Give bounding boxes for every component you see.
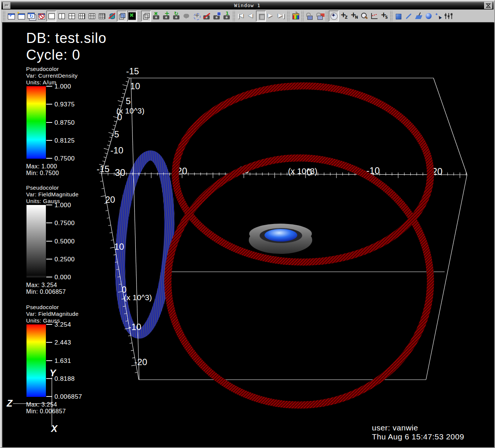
vcr-step-forward-button[interactable] bbox=[276, 10, 286, 22]
vcr-forward-icon bbox=[277, 12, 285, 20]
vcr-play-reverse-button[interactable] bbox=[246, 10, 256, 22]
legend-max: Max: 3.254 bbox=[26, 282, 57, 289]
zoom-mode-button[interactable] bbox=[359, 10, 369, 22]
slider-tool-icon bbox=[445, 12, 453, 20]
clear-plots-button[interactable] bbox=[107, 10, 117, 22]
colorbar-grayscale bbox=[26, 205, 46, 277]
bbox-navigate-button[interactable] bbox=[127, 10, 137, 22]
legend-tick: 0.9375 bbox=[54, 101, 75, 108]
layout-3x3-button[interactable] bbox=[97, 10, 107, 22]
legend-plot-type: Pseudocolor bbox=[26, 304, 112, 311]
vcr-stop-button[interactable] bbox=[256, 10, 266, 22]
box-tool-button[interactable] bbox=[393, 10, 403, 22]
wire-cube-icon bbox=[142, 12, 150, 20]
layout-2x3-button[interactable] bbox=[76, 10, 87, 22]
navigate-mode-button[interactable] bbox=[329, 10, 339, 22]
window-new-icon bbox=[17, 12, 25, 20]
plus-n-icon bbox=[350, 12, 358, 20]
legend-tick: 1.000 bbox=[54, 202, 71, 208]
layout-3x3-icon bbox=[98, 12, 106, 20]
vcr-play-icon bbox=[267, 12, 275, 20]
layout-1x1-button[interactable] bbox=[46, 10, 56, 22]
window-clone-icon bbox=[27, 12, 35, 20]
vcr-play-button[interactable] bbox=[266, 10, 276, 22]
svg-text:-15: -15 bbox=[126, 66, 139, 76]
rotate-camera-button[interactable] bbox=[171, 10, 181, 22]
toolbar-handle-1[interactable] bbox=[2, 11, 6, 21]
lineout-curve-icon bbox=[370, 12, 378, 20]
cycle-label: Cycle: 0 bbox=[26, 47, 107, 63]
sphere-tool-button[interactable] bbox=[423, 10, 433, 22]
y-axis-ticks bbox=[100, 181, 138, 373]
zone-pick-mode-button[interactable] bbox=[339, 10, 349, 22]
timestamp-label: Thu Aug 6 15:47:53 2009 bbox=[372, 432, 464, 441]
node-pick-mode-button[interactable] bbox=[349, 10, 359, 22]
close-button[interactable] bbox=[484, 2, 492, 9]
toolbar-handle-5[interactable] bbox=[301, 11, 304, 21]
colorbar-rainbow bbox=[26, 86, 46, 159]
3d-scene[interactable]: 30 20 10 (x 10^3) 0 -10 -20 -15 10 5 (x … bbox=[2, 22, 494, 447]
viewport[interactable]: 30 20 10 (x 10^3) 0 -10 -20 -15 10 5 (x … bbox=[2, 22, 494, 447]
vcr-step-back-button[interactable] bbox=[236, 10, 246, 22]
vcr-back-icon bbox=[237, 12, 245, 20]
annotation-button[interactable] bbox=[181, 10, 191, 22]
legend-field-magnitude-gray: Pseudocolor Var: FieldMagnitude Units: G… bbox=[26, 184, 112, 205]
title-bar[interactable]: Window 1 bbox=[1, 1, 494, 10]
toolbar bbox=[1, 10, 494, 22]
toolbar-handle-2[interactable] bbox=[137, 11, 141, 21]
toolbar-handle-3[interactable] bbox=[232, 11, 235, 21]
legend-tick: 0.000 bbox=[54, 274, 71, 280]
new-window-button[interactable] bbox=[16, 10, 26, 22]
legend-plot-type: Pseudocolor bbox=[26, 184, 112, 191]
layout-2x4-button[interactable] bbox=[87, 10, 97, 22]
legend-tick: 3.254 bbox=[54, 321, 71, 328]
clone-window-button[interactable] bbox=[26, 10, 36, 22]
pan-camera-button[interactable] bbox=[161, 10, 171, 22]
svg-text:0: 0 bbox=[307, 167, 312, 177]
layout-2x4-icon bbox=[88, 12, 96, 20]
axis-restriction-button[interactable] bbox=[444, 10, 454, 22]
active-window-button[interactable] bbox=[6, 10, 16, 22]
save-camera-button[interactable] bbox=[212, 10, 222, 22]
window-check-icon bbox=[7, 12, 15, 20]
plane-tool-button[interactable] bbox=[413, 10, 423, 22]
delete-window-button[interactable] bbox=[36, 10, 46, 22]
toolbar-handle-7[interactable] bbox=[389, 11, 393, 21]
layout-1x2-button[interactable] bbox=[56, 10, 66, 22]
legend-tick: 0.7500 bbox=[54, 220, 75, 226]
clear-camera-button[interactable] bbox=[201, 10, 212, 22]
legend-variable: Var: FieldMagnitude bbox=[26, 311, 112, 317]
sphere-tool-icon bbox=[424, 12, 433, 20]
window-title: Window 1 bbox=[10, 3, 484, 8]
recenter-target-icon bbox=[192, 12, 201, 20]
window-delete-icon bbox=[37, 12, 46, 20]
layout-2x2-button[interactable] bbox=[66, 10, 76, 22]
toolbar-handle-6[interactable] bbox=[325, 11, 328, 21]
spreadsheet-pick-mode-button[interactable] bbox=[379, 10, 389, 22]
svg-text:10: 10 bbox=[130, 81, 140, 91]
user-label: user: vanwie bbox=[372, 423, 464, 432]
legend-plot-type: Pseudocolor bbox=[26, 66, 112, 72]
spin-cube-icon bbox=[118, 12, 126, 20]
line-tool-button[interactable] bbox=[403, 10, 413, 22]
color-table-button[interactable] bbox=[290, 10, 300, 22]
legend-min: Min: 0.006857 bbox=[26, 408, 66, 415]
legend-min: Min: 0.7500 bbox=[26, 170, 59, 177]
perspective-view-button[interactable] bbox=[141, 10, 151, 22]
camera-zoom-icon bbox=[152, 12, 160, 20]
lock-view-button[interactable] bbox=[304, 10, 314, 22]
legend-tick: 0.8750 bbox=[54, 119, 75, 126]
spin-view-button[interactable] bbox=[117, 10, 127, 22]
lineout-mode-button[interactable] bbox=[369, 10, 379, 22]
point-tool-button[interactable] bbox=[433, 10, 444, 22]
legend-max: Max: 1.000 bbox=[26, 163, 57, 170]
window-menu-button[interactable] bbox=[3, 2, 10, 9]
zoom-camera-button[interactable] bbox=[151, 10, 161, 22]
legend-tick: 0.5000 bbox=[54, 238, 75, 245]
camera-view-1-button[interactable] bbox=[222, 10, 232, 22]
recenter-view-button[interactable] bbox=[191, 10, 201, 22]
legend-tick: 0.8125 bbox=[54, 137, 75, 144]
svg-text:5: 5 bbox=[126, 96, 131, 106]
toolbar-handle-4[interactable] bbox=[286, 11, 290, 21]
lock-time-button[interactable] bbox=[314, 10, 325, 22]
